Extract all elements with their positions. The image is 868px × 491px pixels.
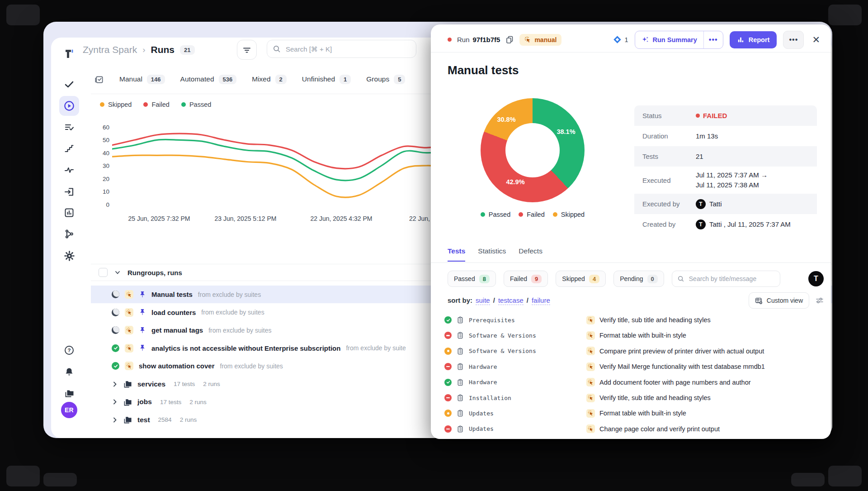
test-title-cell[interactable]: Format table with built-in style [586, 331, 686, 340]
chevron-down-icon[interactable] [114, 269, 121, 276]
details-tab-defects[interactable]: Defects [519, 247, 542, 262]
sidebar-item-gear[interactable] [59, 246, 79, 266]
sidebar-item-bell[interactable] [59, 362, 79, 382]
test-suite[interactable]: Hardware [469, 379, 497, 386]
test-row[interactable]: HardwareAdd document footer with page nu… [444, 375, 826, 390]
tab-manual[interactable]: Manual 146 [119, 75, 165, 84]
manual-cursor-icon [586, 331, 595, 340]
test-suite[interactable]: Prerequisites [469, 317, 515, 324]
tab-groups[interactable]: Groups 5 [366, 75, 405, 84]
info-value: 21 [696, 153, 703, 160]
filter-chip-skipped[interactable]: Skipped4 [556, 271, 606, 287]
test-row[interactable]: HardwareVerify Mail Merge functionality … [444, 359, 826, 374]
sort-option-testcase[interactable]: testcase [498, 296, 524, 305]
sidebar-item-branch[interactable] [59, 224, 79, 244]
test-title[interactable]: Format table with built-in style [599, 410, 686, 417]
run-row-title[interactable]: get manual tags [151, 326, 203, 334]
folder-name[interactable]: jobs [137, 398, 152, 406]
test-row[interactable]: PrerequisitesVerify title, sub title and… [444, 312, 826, 328]
chevron-right-icon[interactable] [112, 381, 118, 387]
panel-more-button[interactable]: ••• [783, 31, 804, 49]
run-row-source: from exclude by suites [198, 291, 261, 298]
test-suite[interactable]: Software & Versions [469, 332, 536, 339]
run-row-title[interactable]: show automation cover [139, 362, 215, 370]
tab-count: 146 [147, 75, 165, 84]
test-suite[interactable]: Updates [469, 425, 494, 432]
test-row[interactable]: Software & VersionsFormat table with bui… [444, 328, 826, 343]
global-search[interactable] [267, 40, 416, 58]
filter-button[interactable] [237, 40, 257, 60]
test-title[interactable]: Verify title, sub title and heading styl… [599, 316, 711, 324]
tests-search[interactable] [672, 271, 780, 287]
jira-link-count: 1 [624, 36, 628, 43]
run-summary-more-button[interactable]: ••• [703, 31, 723, 48]
app-logo-avatar[interactable]: T [808, 271, 824, 286]
sidebar-item-list-check[interactable] [59, 117, 79, 137]
test-suite[interactable]: Updates [469, 410, 494, 417]
test-title-cell[interactable]: Change page color and verify print outpu… [586, 424, 720, 433]
filter-chip-failed[interactable]: Failed9 [504, 271, 548, 287]
run-row-title[interactable]: analytics is not accessible without Ente… [151, 344, 340, 352]
folder-name[interactable]: test [137, 416, 150, 424]
select-all-checkbox[interactable] [99, 268, 108, 277]
tab-mixed[interactable]: Mixed 2 [252, 75, 287, 84]
test-suite[interactable]: Software & Versions [469, 348, 536, 354]
test-title[interactable]: Verify Mail Merge functionality with tes… [599, 363, 765, 370]
test-suite[interactable]: Hardware [469, 363, 497, 370]
close-icon[interactable]: ✕ [812, 34, 820, 45]
test-row[interactable]: UpdatesChange page color and verify prin… [444, 421, 826, 437]
test-title-cell[interactable]: Compare print preview of printer driver … [586, 347, 764, 355]
sidebar-item-bar-chart[interactable] [59, 203, 79, 223]
sidebar-item-steps[interactable] [59, 138, 79, 158]
report-button[interactable]: Report [730, 31, 777, 48]
runs-trend-chart [112, 124, 449, 207]
chevron-right-icon[interactable] [112, 417, 118, 423]
test-row[interactable]: UpdatesFormat table with built-in style [444, 405, 826, 421]
test-title-cell[interactable]: Verify title, sub title and heading styl… [586, 394, 711, 402]
test-title-cell[interactable]: Verify Mail Merge functionality with tes… [586, 362, 765, 371]
test-suite[interactable]: Installation [469, 395, 511, 401]
tests-search-input[interactable] [688, 275, 775, 283]
sidebar-item-help[interactable]: ? [59, 340, 79, 360]
tab-unfinished[interactable]: Unfinished 1 [302, 75, 351, 84]
run-row-title[interactable]: load counters [151, 309, 196, 316]
breadcrumb-project[interactable]: Zyntra Spark [83, 44, 137, 55]
test-title-cell[interactable]: Add document footer with page numbers an… [586, 378, 751, 386]
tab-automated[interactable]: Automated 536 [180, 75, 237, 84]
sidebar-item-play-circle[interactable] [59, 96, 79, 116]
sidebar-item-check[interactable] [59, 74, 79, 94]
test-row[interactable]: Software & VersionsCompare print preview… [444, 343, 826, 359]
details-tab-tests[interactable]: Tests [448, 247, 465, 262]
sidebar-item-sign-in[interactable] [59, 182, 79, 202]
jira-diamond-icon[interactable] [613, 35, 622, 44]
sort-option-suite[interactable]: suite [476, 296, 490, 305]
sidebar-item-projects[interactable] [59, 383, 79, 403]
test-title[interactable]: Compare print preview of printer driver … [599, 348, 764, 355]
folder-name[interactable]: services [137, 380, 165, 388]
copy-icon[interactable] [505, 35, 514, 44]
y-tick: 40 [90, 150, 109, 157]
filter-chip-passed[interactable]: Passed8 [448, 271, 496, 287]
filter-icon [242, 45, 251, 54]
sidebar-item-logo[interactable] [59, 44, 79, 64]
user-avatar[interactable]: ER [61, 402, 77, 418]
details-tab-statistics[interactable]: Statistics [478, 247, 506, 262]
chevron-right-icon[interactable] [112, 399, 118, 405]
sort-option-failure[interactable]: failure [532, 296, 550, 305]
custom-view-button[interactable]: Custom view [749, 292, 809, 309]
test-title[interactable]: Change page color and verify print outpu… [599, 425, 720, 433]
run-summary-button[interactable]: Run Summary ••• [635, 31, 723, 49]
test-title-cell[interactable]: Verify title, sub title and heading styl… [586, 316, 711, 324]
test-title[interactable]: Format table with built-in style [599, 332, 686, 339]
test-title[interactable]: Verify title, sub title and heading styl… [599, 394, 711, 401]
sidebar-item-pulse[interactable] [59, 160, 79, 180]
test-title[interactable]: Add document footer with page numbers an… [599, 379, 751, 386]
test-status-passed-icon [444, 316, 452, 324]
pin-icon [139, 327, 146, 334]
sliders-icon[interactable] [816, 296, 824, 305]
test-row[interactable]: InstallationVerify title, sub title and … [444, 390, 826, 405]
search-input[interactable] [285, 45, 410, 53]
filter-chip-pending[interactable]: Pending0 [613, 271, 664, 287]
run-row-title[interactable]: Manual tests [151, 291, 193, 298]
test-title-cell[interactable]: Format table with built-in style [586, 409, 686, 418]
